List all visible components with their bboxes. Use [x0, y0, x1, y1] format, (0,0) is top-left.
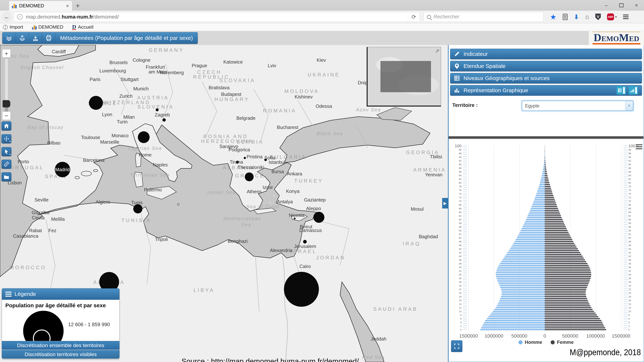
- pyramid-bar-femme[interactable]: [545, 313, 596, 314]
- pyramid-bar-homme[interactable]: [502, 294, 545, 295]
- pyramid-bar-homme[interactable]: [483, 324, 545, 325]
- pyramid-bar-femme[interactable]: [545, 224, 565, 226]
- pyramid-bar-femme[interactable]: [545, 219, 562, 220]
- pyramid-bar-homme[interactable]: [539, 186, 545, 187]
- map-canvas[interactable]: GERMANYCZECHREPUBLICUKRAINESLOVAKIAHUNGA…: [0, 45, 448, 362]
- print-button[interactable]: [42, 32, 55, 44]
- bookmark-import[interactable]: Import: [3, 24, 23, 30]
- pyramid-bar-femme[interactable]: [545, 169, 546, 170]
- population-pyramid-chart[interactable]: HommeFemme 15000001000000500000050000010…: [449, 140, 644, 345]
- population-circle[interactable]: [303, 240, 307, 244]
- pyramid-bar-femme[interactable]: [545, 307, 592, 308]
- pyramid-bar-femme[interactable]: [545, 162, 546, 163]
- pyramid-bar-femme[interactable]: [545, 276, 591, 277]
- pyramid-bar-homme[interactable]: [502, 259, 545, 260]
- pyramid-bar-homme[interactable]: [542, 177, 545, 178]
- tab-close-icon[interactable]: ×: [66, 3, 69, 9]
- pyramid-bar-femme[interactable]: [545, 175, 548, 176]
- pyramid-bar-femme[interactable]: [545, 182, 549, 183]
- pyramid-bar-homme[interactable]: [536, 195, 545, 196]
- pyramid-bar-homme[interactable]: [494, 309, 545, 310]
- pyramid-bar-femme[interactable]: [545, 188, 551, 189]
- pyramid-bar-femme[interactable]: [545, 243, 574, 244]
- menu-icon[interactable]: [623, 13, 628, 20]
- pyramid-bar-femme[interactable]: [545, 208, 558, 209]
- population-circle[interactable]: [244, 157, 246, 159]
- pyramid-bar-homme[interactable]: [528, 215, 545, 216]
- pyramid-bar-homme[interactable]: [512, 245, 545, 246]
- pyramid-bar-femme[interactable]: [545, 315, 597, 316]
- pyramid-bar-femme[interactable]: [545, 202, 556, 204]
- minimize-button[interactable]: –: [599, 0, 614, 11]
- pyramid-bar-homme[interactable]: [501, 289, 545, 290]
- pyramid-bar-femme[interactable]: [545, 259, 585, 260]
- pyramid-bar-homme[interactable]: [497, 280, 545, 281]
- pyramid-bar-homme[interactable]: [506, 254, 545, 255]
- section-etendue-spatiale[interactable]: Etendue Spatiale: [450, 61, 642, 71]
- pyramid-bar-femme[interactable]: [545, 283, 588, 284]
- pyramid-bar-homme[interactable]: [500, 263, 545, 264]
- pyramid-bar-homme[interactable]: [519, 234, 545, 235]
- pyramid-bar-femme[interactable]: [545, 270, 591, 272]
- pyramid-bar-femme[interactable]: [545, 156, 545, 158]
- pyramid-bar-homme[interactable]: [517, 237, 545, 238]
- table-view-button[interactable]: [616, 86, 626, 95]
- pyramid-bar-homme[interactable]: [498, 281, 545, 283]
- pyramid-bar-homme[interactable]: [502, 292, 545, 294]
- pyramid-bar-homme[interactable]: [518, 235, 545, 237]
- pyramid-bar-femme[interactable]: [545, 294, 586, 295]
- legend-item-homme[interactable]: Homme: [518, 340, 542, 345]
- pyramid-bar-femme[interactable]: [545, 164, 546, 165]
- pyramid-bar-homme[interactable]: [485, 320, 545, 321]
- pyramid-bar-femme[interactable]: [545, 201, 555, 202]
- pyramid-bar-femme[interactable]: [545, 291, 586, 292]
- pyramid-bar-femme[interactable]: [545, 151, 545, 152]
- pyramid-bar-femme[interactable]: [545, 274, 591, 275]
- pyramid-bar-femme[interactable]: [545, 237, 572, 238]
- pyramid-bar-femme[interactable]: [545, 296, 586, 297]
- section-indicateur[interactable]: Indicateur: [450, 49, 642, 59]
- pyramid-bar-femme[interactable]: [545, 303, 590, 305]
- pyramid-bar-femme[interactable]: [545, 322, 602, 323]
- measure-button[interactable]: [2, 160, 12, 169]
- pyramid-bar-homme[interactable]: [524, 224, 545, 226]
- pyramid-bar-femme[interactable]: [545, 160, 545, 161]
- pyramid-bar-femme[interactable]: [545, 324, 603, 325]
- pyramid-bar-homme[interactable]: [500, 285, 545, 286]
- pyramid-bar-femme[interactable]: [545, 302, 588, 303]
- pyramid-bar-homme[interactable]: [484, 322, 545, 323]
- bookmark-demomed[interactable]: DEMOMED: [32, 24, 64, 30]
- pyramid-bar-femme[interactable]: [545, 289, 586, 290]
- discretize-visible-button[interactable]: Discrétisation territoires visibles: [2, 350, 120, 359]
- metadata-button[interactable]: Métadonnées (Population par âge détaillé…: [55, 35, 198, 41]
- pyramid-bar-femme[interactable]: [545, 281, 589, 283]
- pyramid-bar-femme[interactable]: [545, 167, 546, 169]
- pyramid-bar-femme[interactable]: [545, 213, 560, 215]
- population-circle[interactable]: [138, 131, 150, 143]
- pyramid-bar-homme[interactable]: [522, 228, 545, 229]
- pyramid-bar-femme[interactable]: [545, 318, 600, 319]
- pyramid-bar-homme[interactable]: [510, 248, 545, 249]
- pyramid-bar-femme[interactable]: [545, 326, 604, 327]
- back-button[interactable]: ←: [2, 12, 12, 21]
- pyramid-bar-femme[interactable]: [545, 285, 588, 286]
- pyramid-bar-femme[interactable]: [545, 234, 570, 235]
- population-circle[interactable]: [284, 272, 319, 307]
- pyramid-bar-homme[interactable]: [490, 315, 545, 316]
- pyramid-bar-femme[interactable]: [545, 241, 573, 242]
- layers-alt-button[interactable]: [16, 32, 29, 44]
- pyramid-bar-homme[interactable]: [525, 221, 545, 222]
- pyramid-bar-femme[interactable]: [545, 272, 591, 273]
- pyramid-bar-homme[interactable]: [533, 202, 545, 204]
- pyramid-bar-homme[interactable]: [540, 180, 545, 181]
- pyramid-bar-femme[interactable]: [545, 210, 559, 211]
- pyramid-bar-femme[interactable]: [545, 215, 561, 216]
- pyramid-bar-homme[interactable]: [528, 213, 545, 215]
- chart-view-button[interactable]: [628, 86, 638, 95]
- pyramid-bar-femme[interactable]: [545, 223, 564, 224]
- pyramid-bar-femme[interactable]: [545, 190, 552, 191]
- fullscreen-button[interactable]: [451, 340, 462, 352]
- pyramid-bar-homme[interactable]: [496, 270, 545, 272]
- pyramid-bar-homme[interactable]: [532, 204, 545, 205]
- pyramid-bar-homme[interactable]: [499, 265, 545, 266]
